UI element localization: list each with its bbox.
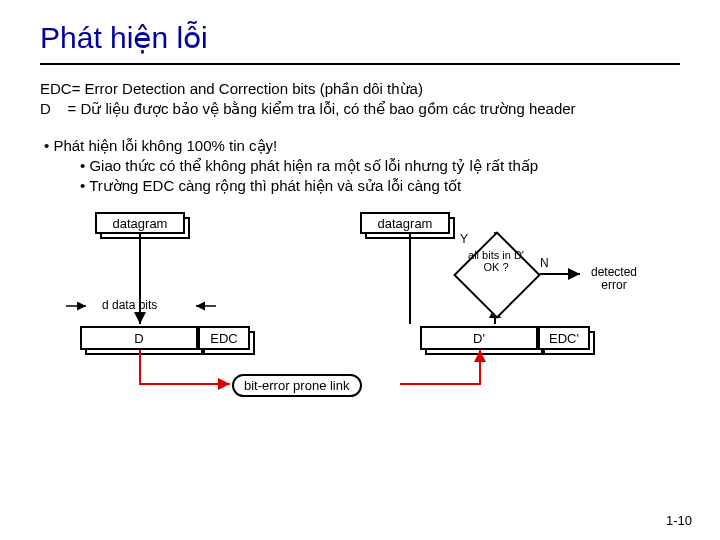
definitions-block: EDC= Error Detection and Correction bits…	[40, 79, 680, 120]
bullet-reliability: • Phát hiện lỗi không 100% tin cậy!	[44, 136, 680, 156]
link-oval: bit-error prone link	[232, 374, 362, 397]
edc-label: EDC	[210, 331, 237, 346]
bullet-edc-width: • Trường EDC càng rộng thì phát hiện và …	[80, 176, 680, 196]
decision-yes-label: Y	[460, 232, 468, 246]
detected-error-label: detected error	[584, 266, 644, 292]
datagram-left-box: datagram	[95, 212, 185, 234]
edc-box: EDC	[198, 326, 250, 350]
d-label: D	[134, 331, 143, 346]
d-box: D	[80, 326, 198, 350]
def-edc: EDC= Error Detection and Correction bits…	[40, 79, 680, 99]
edc-prime-box: EDC'	[538, 326, 590, 350]
d-prime-box: D'	[420, 326, 538, 350]
page-number: 1-10	[666, 513, 692, 528]
slide-title: Phát hiện lỗi	[40, 20, 680, 57]
d-prime-label: D'	[473, 331, 485, 346]
flow-diagram: datagram datagram all bits in D' OK ? Y …	[40, 206, 680, 416]
datagram-right-label: datagram	[378, 216, 433, 231]
decision-no-label: N	[540, 256, 549, 270]
bullets-block: • Phát hiện lỗi không 100% tin cậy! • Gi…	[40, 136, 680, 197]
datagram-right-box: datagram	[360, 212, 450, 234]
edc-prime-label: EDC'	[549, 331, 579, 346]
decision-text: all bits in D' OK ?	[466, 250, 526, 273]
bullet-protocol: • Giao thức có thể không phát hiện ra mộ…	[80, 156, 680, 176]
d-data-bits-label: d data bits	[102, 298, 157, 312]
def-d: D = Dữ liệu được bảo vệ bằng kiểm tra lỗ…	[40, 99, 680, 119]
datagram-left-label: datagram	[113, 216, 168, 231]
link-label: bit-error prone link	[244, 378, 350, 393]
title-underline	[40, 63, 680, 65]
